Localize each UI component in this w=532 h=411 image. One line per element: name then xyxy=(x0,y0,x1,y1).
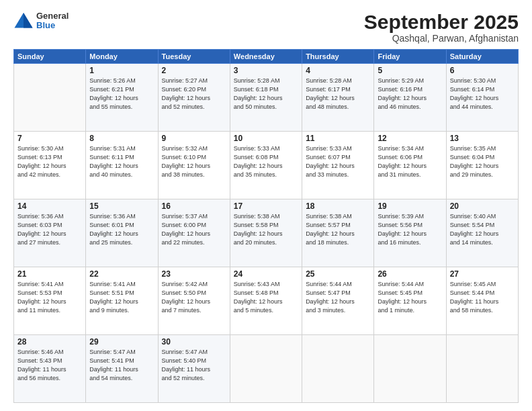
table-row: 17Sunrise: 5:38 AMSunset: 5:58 PMDayligh… xyxy=(230,199,302,267)
day-number: 21 xyxy=(17,269,82,279)
table-row: 6Sunrise: 5:30 AMSunset: 6:14 PMDaylight… xyxy=(446,64,518,132)
header: General Blue September 2025 Qashqal, Par… xyxy=(13,11,519,44)
day-number: 22 xyxy=(89,269,154,279)
svg-marker-1 xyxy=(24,13,33,28)
day-info: Sunrise: 5:33 AMSunset: 6:07 PMDaylight:… xyxy=(306,144,370,179)
table-row: 3Sunrise: 5:28 AMSunset: 6:18 PMDaylight… xyxy=(230,64,302,132)
table-row: 25Sunrise: 5:44 AMSunset: 5:47 PMDayligh… xyxy=(302,267,374,335)
day-number: 30 xyxy=(162,337,226,347)
day-info: Sunrise: 5:38 AMSunset: 5:58 PMDaylight:… xyxy=(234,212,298,247)
day-info: Sunrise: 5:35 AMSunset: 6:04 PMDaylight:… xyxy=(450,144,515,179)
day-info: Sunrise: 5:33 AMSunset: 6:08 PMDaylight:… xyxy=(234,144,298,179)
header-saturday: Saturday xyxy=(446,50,518,64)
day-number: 5 xyxy=(378,66,442,75)
day-info: Sunrise: 5:30 AMSunset: 6:14 PMDaylight:… xyxy=(450,77,515,111)
day-number: 16 xyxy=(162,201,226,211)
calendar-title: September 2025 xyxy=(364,11,519,33)
day-info: Sunrise: 5:32 AMSunset: 6:10 PMDaylight:… xyxy=(162,144,226,179)
day-info: Sunrise: 5:44 AMSunset: 5:47 PMDaylight:… xyxy=(306,280,370,315)
logo: General Blue xyxy=(13,11,69,31)
header-friday: Friday xyxy=(374,50,446,64)
table-row: 19Sunrise: 5:39 AMSunset: 5:56 PMDayligh… xyxy=(374,199,446,267)
table-row: 24Sunrise: 5:43 AMSunset: 5:48 PMDayligh… xyxy=(230,267,302,335)
table-row xyxy=(302,335,374,403)
logo-general-text: General xyxy=(36,11,69,21)
table-row xyxy=(374,335,446,403)
table-row: 23Sunrise: 5:42 AMSunset: 5:50 PMDayligh… xyxy=(158,267,230,335)
day-number: 17 xyxy=(234,201,298,211)
day-info: Sunrise: 5:29 AMSunset: 6:16 PMDaylight:… xyxy=(378,77,442,111)
day-info: Sunrise: 5:47 AMSunset: 5:40 PMDaylight:… xyxy=(162,348,226,383)
day-info: Sunrise: 5:44 AMSunset: 5:45 PMDaylight:… xyxy=(378,280,442,315)
day-number: 14 xyxy=(17,201,82,211)
day-number: 23 xyxy=(162,269,226,279)
table-row: 26Sunrise: 5:44 AMSunset: 5:45 PMDayligh… xyxy=(374,267,446,335)
header-wednesday: Wednesday xyxy=(230,50,302,64)
day-info: Sunrise: 5:38 AMSunset: 5:57 PMDaylight:… xyxy=(306,212,370,247)
day-number: 15 xyxy=(89,201,154,211)
day-info: Sunrise: 5:46 AMSunset: 5:43 PMDaylight:… xyxy=(17,348,82,383)
table-row: 29Sunrise: 5:47 AMSunset: 5:41 PMDayligh… xyxy=(86,335,158,403)
day-info: Sunrise: 5:26 AMSunset: 6:21 PMDaylight:… xyxy=(89,77,154,111)
day-info: Sunrise: 5:45 AMSunset: 5:44 PMDaylight:… xyxy=(450,280,515,315)
day-number: 19 xyxy=(378,201,442,211)
page: General Blue September 2025 Qashqal, Par… xyxy=(0,0,532,411)
day-number: 8 xyxy=(89,134,154,143)
day-info: Sunrise: 5:40 AMSunset: 5:54 PMDaylight:… xyxy=(450,212,515,247)
calendar-week-row: 14Sunrise: 5:36 AMSunset: 6:03 PMDayligh… xyxy=(14,199,519,267)
table-row: 10Sunrise: 5:33 AMSunset: 6:08 PMDayligh… xyxy=(230,132,302,199)
table-row: 13Sunrise: 5:35 AMSunset: 6:04 PMDayligh… xyxy=(446,132,518,199)
day-number: 10 xyxy=(234,134,298,143)
day-number: 1 xyxy=(89,66,154,75)
day-info: Sunrise: 5:37 AMSunset: 6:00 PMDaylight:… xyxy=(162,212,226,247)
day-number: 2 xyxy=(162,66,226,75)
day-number: 29 xyxy=(89,337,154,347)
table-row: 28Sunrise: 5:46 AMSunset: 5:43 PMDayligh… xyxy=(14,335,86,403)
day-number: 18 xyxy=(306,201,370,211)
day-info: Sunrise: 5:31 AMSunset: 6:11 PMDaylight:… xyxy=(89,144,154,179)
table-row: 4Sunrise: 5:28 AMSunset: 6:17 PMDaylight… xyxy=(302,64,374,132)
calendar-week-row: 1Sunrise: 5:26 AMSunset: 6:21 PMDaylight… xyxy=(14,64,519,132)
table-row: 21Sunrise: 5:41 AMSunset: 5:53 PMDayligh… xyxy=(14,267,86,335)
day-number: 27 xyxy=(450,269,515,279)
day-number: 4 xyxy=(306,66,370,75)
day-number: 26 xyxy=(378,269,442,279)
table-row: 8Sunrise: 5:31 AMSunset: 6:11 PMDaylight… xyxy=(86,132,158,199)
day-number: 11 xyxy=(306,134,370,143)
day-info: Sunrise: 5:47 AMSunset: 5:41 PMDaylight:… xyxy=(89,348,154,383)
header-sunday: Sunday xyxy=(14,50,86,64)
day-info: Sunrise: 5:28 AMSunset: 6:18 PMDaylight:… xyxy=(234,77,298,111)
day-number: 13 xyxy=(450,134,515,143)
day-number: 9 xyxy=(162,134,226,143)
logo-icon xyxy=(13,11,34,31)
calendar-week-row: 28Sunrise: 5:46 AMSunset: 5:43 PMDayligh… xyxy=(14,335,519,403)
weekday-header-row: Sunday Monday Tuesday Wednesday Thursday… xyxy=(14,50,519,64)
calendar-table: Sunday Monday Tuesday Wednesday Thursday… xyxy=(13,49,519,403)
table-row: 1Sunrise: 5:26 AMSunset: 6:21 PMDaylight… xyxy=(86,64,158,132)
day-info: Sunrise: 5:28 AMSunset: 6:17 PMDaylight:… xyxy=(306,77,370,111)
calendar-week-row: 7Sunrise: 5:30 AMSunset: 6:13 PMDaylight… xyxy=(14,132,519,199)
table-row: 2Sunrise: 5:27 AMSunset: 6:20 PMDaylight… xyxy=(158,64,230,132)
table-row: 20Sunrise: 5:40 AMSunset: 5:54 PMDayligh… xyxy=(446,199,518,267)
title-block: September 2025 Qashqal, Parwan, Afghanis… xyxy=(364,11,519,44)
table-row xyxy=(14,64,86,132)
table-row: 7Sunrise: 5:30 AMSunset: 6:13 PMDaylight… xyxy=(14,132,86,199)
day-number: 20 xyxy=(450,201,515,211)
calendar-subtitle: Qashqal, Parwan, Afghanistan xyxy=(364,33,519,44)
table-row: 16Sunrise: 5:37 AMSunset: 6:00 PMDayligh… xyxy=(158,199,230,267)
calendar-week-row: 21Sunrise: 5:41 AMSunset: 5:53 PMDayligh… xyxy=(14,267,519,335)
header-tuesday: Tuesday xyxy=(158,50,230,64)
table-row: 14Sunrise: 5:36 AMSunset: 6:03 PMDayligh… xyxy=(14,199,86,267)
table-row: 9Sunrise: 5:32 AMSunset: 6:10 PMDaylight… xyxy=(158,132,230,199)
logo-text: General Blue xyxy=(36,11,69,31)
day-info: Sunrise: 5:30 AMSunset: 6:13 PMDaylight:… xyxy=(17,144,82,179)
table-row: 18Sunrise: 5:38 AMSunset: 5:57 PMDayligh… xyxy=(302,199,374,267)
day-number: 3 xyxy=(234,66,298,75)
day-info: Sunrise: 5:42 AMSunset: 5:50 PMDaylight:… xyxy=(162,280,226,315)
day-info: Sunrise: 5:36 AMSunset: 6:01 PMDaylight:… xyxy=(89,212,154,247)
day-number: 6 xyxy=(450,66,515,75)
table-row: 5Sunrise: 5:29 AMSunset: 6:16 PMDaylight… xyxy=(374,64,446,132)
day-info: Sunrise: 5:36 AMSunset: 6:03 PMDaylight:… xyxy=(17,212,82,247)
table-row: 27Sunrise: 5:45 AMSunset: 5:44 PMDayligh… xyxy=(446,267,518,335)
day-info: Sunrise: 5:39 AMSunset: 5:56 PMDaylight:… xyxy=(378,212,442,247)
